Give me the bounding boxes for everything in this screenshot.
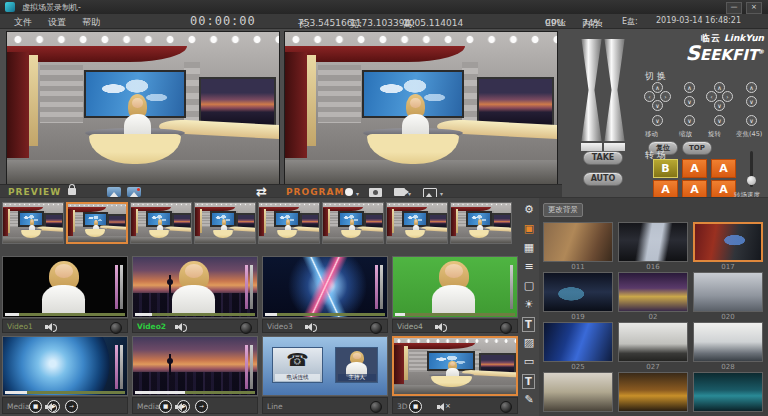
guest-box[interactable]: 主持人	[335, 347, 378, 383]
lock-icon[interactable]	[68, 188, 76, 195]
move-down-button[interactable]: ∨	[652, 100, 663, 111]
camcorder-icon[interactable]	[394, 188, 405, 196]
scene-item-02[interactable]: 02	[618, 272, 688, 322]
rotate-down-button[interactable]: ∨	[714, 100, 725, 111]
overlay-image-icon[interactable]	[107, 187, 121, 197]
shot-thumbnail-1[interactable]	[2, 202, 64, 244]
shot-thumbnail-4[interactable]	[194, 202, 256, 244]
scene-item-r4c[interactable]	[693, 372, 763, 416]
next-button[interactable]: →	[195, 400, 208, 413]
transition-b-button[interactable]: B	[653, 159, 678, 178]
video3-thumbnail[interactable]	[262, 256, 388, 318]
settings-knob-icon[interactable]	[110, 322, 122, 334]
change-background-tab[interactable]: 更改背景	[543, 203, 583, 217]
speaker-icon[interactable]	[435, 322, 446, 331]
scene-item-025[interactable]: 025	[543, 322, 613, 372]
speaker-icon[interactable]	[45, 402, 56, 411]
display-icon[interactable]: ▢	[521, 277, 537, 296]
media-3d-thumbnail-selected[interactable]	[392, 336, 518, 396]
caption-text-icon[interactable]: T	[522, 374, 535, 389]
line-thumbnail[interactable]: ☎ 电话连线 主持人	[262, 336, 388, 396]
auto-button[interactable]: AUTO	[583, 172, 623, 186]
scene-item-r4a[interactable]	[543, 372, 613, 416]
draw-pen-icon[interactable]: ✎	[521, 391, 537, 410]
settings-gear-icon[interactable]: ⚙	[521, 201, 537, 220]
scene-item-027[interactable]: 027	[618, 322, 688, 372]
stop-button[interactable]: ■	[29, 400, 42, 413]
shot-thumbnail-2-selected[interactable]	[66, 202, 128, 244]
picture-caret-icon[interactable]: ▾	[440, 190, 443, 197]
settings-knob-icon[interactable]	[500, 322, 512, 334]
camcorder-caret-icon[interactable]: ▾	[408, 190, 411, 197]
list-icon[interactable]: ≡	[521, 258, 537, 277]
focus-down-button[interactable]: ∨	[746, 96, 757, 107]
settings-knob-icon[interactable]	[370, 322, 382, 334]
shot-thumbnail-7[interactable]	[386, 202, 448, 244]
scene-item-017-selected[interactable]: 017	[693, 222, 763, 272]
rotate-extra-button[interactable]: ∨	[714, 115, 725, 126]
media1-panel: Media1 ■ ▶ →	[2, 336, 128, 414]
move-extra-button[interactable]: ∨	[652, 115, 663, 126]
settings-knob-icon[interactable]	[370, 401, 382, 413]
media1-thumbnail[interactable]	[2, 336, 128, 396]
menu-help[interactable]: 帮助	[82, 16, 100, 29]
scene-item-020[interactable]: 020	[693, 272, 763, 322]
shot-thumbnail-8[interactable]	[450, 202, 512, 244]
frame-icon[interactable]: ▭	[521, 353, 537, 372]
t-bar-fader[interactable]	[581, 39, 625, 141]
menu-settings[interactable]: 设置	[48, 16, 66, 29]
stop-button[interactable]: ■	[409, 400, 422, 413]
take-button[interactable]: TAKE	[583, 151, 623, 165]
texture-icon[interactable]: ▨	[521, 334, 537, 353]
record-caret-icon[interactable]: ▾	[356, 190, 359, 197]
zoom-out-button[interactable]: ∨	[684, 96, 695, 107]
light-icon[interactable]: ☀	[521, 296, 537, 315]
title-text-icon[interactable]: T	[522, 317, 535, 332]
top-button[interactable]: TOP	[682, 141, 712, 155]
scene-item-028[interactable]: 028	[693, 322, 763, 372]
save-icon[interactable]: ▣	[521, 220, 537, 239]
t-bar-handle-left[interactable]	[581, 39, 602, 141]
speaker-muted-icon[interactable]: ×	[437, 402, 448, 411]
transition-a2-button[interactable]: A	[711, 159, 736, 178]
transition-speed-knob[interactable]	[747, 176, 756, 185]
scene-grid-icon[interactable]: ▦	[521, 239, 537, 258]
overlay-image-live-icon[interactable]	[127, 187, 141, 197]
transition-speed-slider[interactable]	[750, 151, 753, 187]
shot-thumbnail-5[interactable]	[258, 202, 320, 244]
stop-button[interactable]: ■	[159, 400, 172, 413]
speaker-icon[interactable]	[175, 322, 186, 331]
move-right-button[interactable]: ›	[660, 91, 671, 102]
phone-call-box[interactable]: ☎ 电话连线	[272, 347, 324, 383]
t-bar-handle-right[interactable]	[604, 39, 625, 141]
settings-knob-icon[interactable]	[240, 322, 252, 334]
minimize-button[interactable]: —	[726, 2, 742, 14]
scene-item-016[interactable]: 016	[618, 222, 688, 272]
media2-thumbnail[interactable]	[132, 336, 258, 396]
video1-thumbnail[interactable]	[2, 256, 128, 318]
speaker-icon[interactable]	[175, 402, 186, 411]
record-icon[interactable]	[345, 188, 353, 196]
speaker-icon[interactable]	[45, 322, 56, 331]
shot-thumbnail-6[interactable]	[322, 202, 384, 244]
settings-knob-icon[interactable]	[500, 401, 512, 413]
zoom-in-button[interactable]: ∧	[684, 82, 695, 93]
shot-scene	[387, 203, 447, 243]
focus-extra-button[interactable]: ∨	[746, 115, 757, 126]
snapshot-camera-icon[interactable]	[369, 188, 382, 197]
scene-item-r4b[interactable]	[618, 372, 688, 416]
video2-thumbnail[interactable]	[132, 256, 258, 318]
scene-item-011[interactable]: 011	[543, 222, 613, 272]
scene-item-019[interactable]: 019	[543, 272, 613, 322]
focus-up-button[interactable]: ∧	[746, 82, 757, 93]
rotate-right-button[interactable]: ›	[722, 91, 733, 102]
shot-thumbnail-3[interactable]	[130, 202, 192, 244]
next-button[interactable]: →	[65, 400, 78, 413]
close-button[interactable]: ×	[746, 2, 762, 14]
video4-thumbnail[interactable]	[392, 256, 518, 318]
zoom-extra-button[interactable]: ∨	[684, 115, 695, 126]
status-datetime: 2019-03-14 16:48:21	[656, 16, 741, 25]
menu-file[interactable]: 文件	[14, 16, 32, 29]
speaker-icon[interactable]	[305, 322, 316, 331]
transition-a1-button[interactable]: A	[682, 159, 707, 178]
